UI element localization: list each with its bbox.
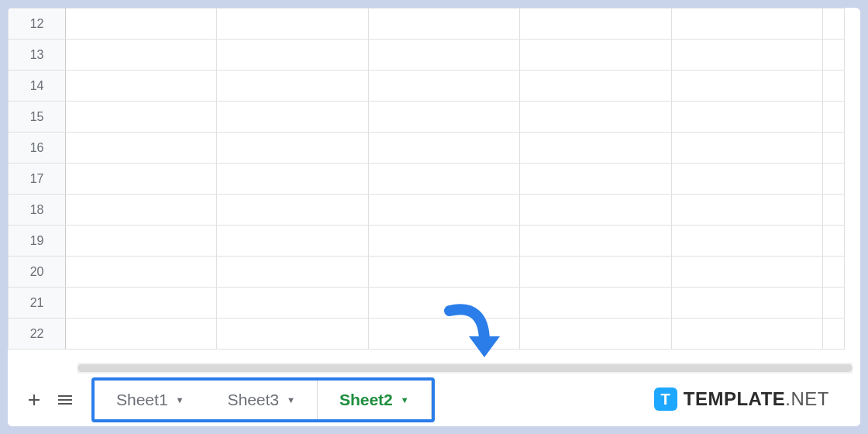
cell[interactable] xyxy=(368,71,519,102)
row-header[interactable]: 21 xyxy=(9,288,66,319)
horizontal-scrollbar[interactable] xyxy=(78,363,852,374)
row-header[interactable]: 20 xyxy=(9,257,66,288)
cell[interactable] xyxy=(671,102,822,133)
cell[interactable] xyxy=(217,102,368,133)
cell[interactable] xyxy=(368,195,519,226)
cell[interactable] xyxy=(671,71,822,102)
row-header[interactable]: 18 xyxy=(9,195,66,226)
tab-sheet2[interactable]: Sheet2 ▼ xyxy=(317,381,432,419)
row-header[interactable]: 16 xyxy=(9,133,66,164)
cell[interactable] xyxy=(66,319,217,350)
cell[interactable] xyxy=(520,102,671,133)
cell[interactable] xyxy=(66,164,217,195)
cell[interactable] xyxy=(217,195,368,226)
cell[interactable] xyxy=(822,9,844,40)
cell[interactable] xyxy=(66,195,217,226)
row-header[interactable]: 17 xyxy=(9,164,66,195)
tab-label: Sheet3 xyxy=(227,391,279,409)
cell[interactable] xyxy=(217,71,368,102)
table-row: 13 xyxy=(9,40,845,71)
cell[interactable] xyxy=(368,164,519,195)
cell[interactable] xyxy=(217,319,368,350)
cell[interactable] xyxy=(520,71,671,102)
row-header[interactable]: 22 xyxy=(9,319,66,350)
cell[interactable] xyxy=(822,288,844,319)
cell[interactable] xyxy=(66,40,217,71)
table-row: 15 xyxy=(9,102,845,133)
cell[interactable] xyxy=(217,9,368,40)
cell[interactable] xyxy=(822,164,844,195)
cell[interactable] xyxy=(671,288,822,319)
cell[interactable] xyxy=(66,102,217,133)
table-row: 21 xyxy=(9,288,845,319)
cell[interactable] xyxy=(66,9,217,40)
cell[interactable] xyxy=(822,257,844,288)
cell[interactable] xyxy=(368,319,519,350)
cell[interactable] xyxy=(368,102,519,133)
cell[interactable] xyxy=(822,226,844,257)
cell[interactable] xyxy=(520,257,671,288)
cell[interactable] xyxy=(217,133,368,164)
cell[interactable] xyxy=(520,226,671,257)
all-sheets-button[interactable] xyxy=(51,386,79,414)
cell[interactable] xyxy=(671,257,822,288)
cell[interactable] xyxy=(520,40,671,71)
cell[interactable] xyxy=(217,164,368,195)
cell[interactable] xyxy=(368,133,519,164)
add-sheet-button[interactable] xyxy=(20,386,48,414)
cell[interactable] xyxy=(520,133,671,164)
grid-area: 1213141516171819202122 xyxy=(8,8,860,363)
cell[interactable] xyxy=(66,257,217,288)
cell[interactable] xyxy=(671,226,822,257)
spreadsheet-panel: 1213141516171819202122 Sheet1 ▼ Sheet3 ▼… xyxy=(8,8,860,426)
spreadsheet-grid[interactable]: 1213141516171819202122 xyxy=(8,8,845,350)
cell[interactable] xyxy=(520,9,671,40)
cell[interactable] xyxy=(671,9,822,40)
tab-sheet3[interactable]: Sheet3 ▼ xyxy=(205,381,316,419)
cell[interactable] xyxy=(217,226,368,257)
cell[interactable] xyxy=(822,71,844,102)
cell[interactable] xyxy=(368,257,519,288)
cell[interactable] xyxy=(217,288,368,319)
watermark-light: .NET xyxy=(785,388,829,409)
cell[interactable] xyxy=(671,40,822,71)
row-header[interactable]: 14 xyxy=(9,71,66,102)
row-header[interactable]: 19 xyxy=(9,226,66,257)
cell[interactable] xyxy=(66,288,217,319)
cell[interactable] xyxy=(520,288,671,319)
row-header[interactable]: 12 xyxy=(9,9,66,40)
table-row: 18 xyxy=(9,195,845,226)
cell[interactable] xyxy=(217,40,368,71)
tabs-highlight-box: Sheet1 ▼ Sheet3 ▼ Sheet2 ▼ xyxy=(91,377,435,422)
row-header[interactable]: 13 xyxy=(9,40,66,71)
chevron-down-icon: ▼ xyxy=(287,395,295,405)
cell[interactable] xyxy=(66,133,217,164)
cell[interactable] xyxy=(520,319,671,350)
scrollbar-thumb[interactable] xyxy=(78,364,852,372)
cell[interactable] xyxy=(822,40,844,71)
cell[interactable] xyxy=(368,40,519,71)
row-header[interactable]: 15 xyxy=(9,102,66,133)
cell[interactable] xyxy=(671,164,822,195)
cell[interactable] xyxy=(822,133,844,164)
cell[interactable] xyxy=(520,195,671,226)
cell[interactable] xyxy=(822,102,844,133)
cell[interactable] xyxy=(368,226,519,257)
cell[interactable] xyxy=(822,195,844,226)
cell[interactable] xyxy=(66,226,217,257)
cell[interactable] xyxy=(368,288,519,319)
cell[interactable] xyxy=(368,9,519,40)
tab-label: Sheet1 xyxy=(116,391,168,409)
cell[interactable] xyxy=(671,319,822,350)
tab-sheet1[interactable]: Sheet1 ▼ xyxy=(95,381,205,419)
chevron-down-icon: ▼ xyxy=(401,395,409,405)
cell[interactable] xyxy=(671,195,822,226)
cell[interactable] xyxy=(822,319,844,350)
cell[interactable] xyxy=(520,164,671,195)
table-row: 14 xyxy=(9,71,845,102)
cell[interactable] xyxy=(217,257,368,288)
table-row: 12 xyxy=(9,9,845,40)
cell[interactable] xyxy=(671,133,822,164)
cell[interactable] xyxy=(66,71,217,102)
table-row: 20 xyxy=(9,257,845,288)
